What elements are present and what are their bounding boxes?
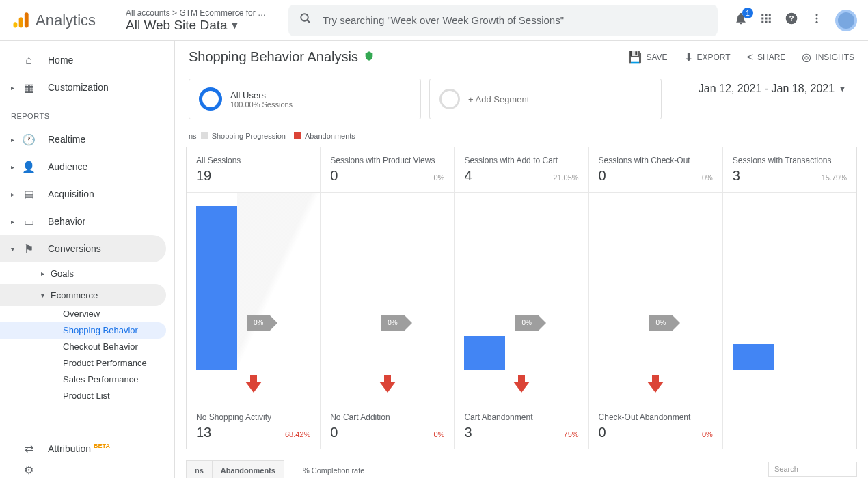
funnel-stage-bar: 0% [589, 193, 723, 370]
collapse-arrow-icon: ▸ [41, 270, 51, 277]
help-icon[interactable]: ? [785, 12, 798, 29]
progression-arrow: 0% [247, 315, 277, 331]
funnel-drop-arrow-cell [321, 370, 455, 404]
sidebar-item-customization[interactable]: ▸▦ Customization [0, 74, 174, 101]
dashboard-icon: ▦ [21, 81, 37, 94]
sidebar: ⌂ Home ▸▦ Customization REPORTS ▸🕐 Realt… [0, 41, 175, 478]
save-button[interactable]: 💾SAVE [628, 51, 667, 64]
sidebar-item-product-list[interactable]: Product List [0, 388, 174, 404]
sidebar-item-realtime[interactable]: ▸🕐 Realtime [0, 126, 174, 153]
sidebar-item-attribution[interactable]: ⇄ AttributionBETA [0, 434, 174, 462]
progression-arrow: 0% [649, 315, 680, 331]
svg-rect-11 [761, 21, 763, 23]
expand-arrow-icon: ▾ [11, 245, 21, 253]
funnel-stage-bar: 0% [321, 193, 455, 370]
share-icon: < [747, 51, 753, 64]
chevron-down-icon: ▼ [230, 20, 240, 31]
collapse-arrow-icon: ▸ [11, 163, 21, 171]
svg-rect-13 [769, 21, 771, 23]
progression-arrow: 0% [515, 315, 545, 331]
export-button[interactable]: ⬇EXPORT [684, 51, 731, 64]
sidebar-item-behavior[interactable]: ▸▭ Behavior [0, 208, 174, 235]
verified-shield-icon [364, 51, 375, 64]
funnel-drop-arrow-cell [455, 370, 588, 404]
collapse-arrow-icon: ▸ [11, 84, 21, 92]
acquisition-icon: ▤ [21, 188, 37, 201]
funnel-stage-header[interactable]: Sessions with Transactions315.79% [723, 147, 856, 193]
funnel-stage-header[interactable]: All Sessions19 [187, 147, 321, 193]
analytics-logo-icon [11, 11, 30, 30]
sidebar-item-overview[interactable]: Overview [0, 306, 174, 322]
tab-ns[interactable]: ns [186, 460, 213, 478]
svg-rect-6 [765, 14, 768, 16]
funnel-stage-header[interactable]: Sessions with Check-Out00% [589, 147, 723, 193]
funnel-stage-bar [723, 193, 856, 370]
legend-swatch-progression [201, 132, 208, 139]
sidebar-item-product-performance[interactable]: Product Performance [0, 355, 174, 371]
table-search-input[interactable]: Search [768, 462, 857, 477]
svg-rect-12 [765, 21, 768, 23]
svg-rect-2 [25, 12, 29, 27]
sidebar-item-goals[interactable]: ▸ Goals [0, 262, 174, 284]
sidebar-item-settings[interactable]: ⚙ [0, 462, 174, 478]
tab-abandonments[interactable]: Abandonments [212, 460, 284, 478]
product-logo[interactable]: Analytics [11, 11, 120, 30]
funnel-abandon-footer[interactable]: Check-Out Abandonment00% [589, 404, 723, 449]
segment-all-users[interactable]: All Users 100.00% Sessions [189, 79, 421, 120]
sidebar-item-home[interactable]: ⌂ Home [0, 46, 174, 74]
abandonment-arrow-icon [647, 382, 664, 393]
home-icon: ⌂ [21, 54, 37, 66]
gear-icon: ⚙ [21, 464, 37, 477]
more-vert-icon[interactable] [811, 12, 823, 28]
collapse-arrow-icon: ▸ [11, 191, 21, 198]
date-range-picker[interactable]: Jan 12, 2021 - Jan 18, 2021 ▼ [699, 79, 854, 95]
sidebar-item-audience[interactable]: ▸👤 Audience [0, 153, 174, 180]
add-segment-button[interactable]: + Add Segment [429, 79, 662, 120]
funnel-drop-arrow-cell [187, 370, 321, 404]
funnel-drop-arrow-cell [589, 370, 723, 404]
funnel-stage-header[interactable]: Sessions with Add to Cart421.05% [455, 147, 588, 193]
download-icon: ⬇ [684, 51, 693, 64]
svg-rect-0 [14, 22, 18, 27]
behavior-icon: ▭ [21, 215, 37, 228]
sidebar-item-checkout-behavior[interactable]: Checkout Behavior [0, 339, 174, 355]
sidebar-item-acquisition[interactable]: ▸▤ Acquisition [0, 180, 174, 208]
svg-rect-1 [19, 17, 23, 27]
account-picker[interactable]: All accounts > GTM Ecommerce for W… All … [120, 8, 277, 33]
person-icon: 👤 [21, 160, 37, 173]
abandonment-arrow-icon [379, 382, 396, 393]
apps-icon[interactable] [760, 12, 772, 28]
svg-rect-8 [761, 18, 763, 20]
sidebar-item-shopping-behavior[interactable]: Shopping Behavior [0, 322, 166, 339]
progression-arrow: 0% [381, 315, 411, 331]
attribution-icon: ⇄ [21, 442, 37, 455]
share-button[interactable]: <SHARE [747, 51, 786, 64]
svg-line-4 [307, 20, 310, 23]
search-input[interactable]: Try searching "Week over Week Growth of … [288, 5, 718, 36]
content-area: Shopping Behavior Analysis 💾SAVE ⬇EXPORT… [175, 41, 868, 478]
funnel-abandon-footer[interactable]: No Shopping Activity1368.42% [187, 404, 321, 449]
sidebar-item-sales-performance[interactable]: Sales Performance [0, 371, 174, 388]
expand-arrow-icon: ▾ [41, 292, 51, 299]
search-icon [299, 12, 312, 28]
sidebar-item-ecommerce[interactable]: ▾ Ecommerce [0, 284, 166, 306]
avatar[interactable] [835, 10, 857, 31]
svg-rect-5 [761, 14, 763, 16]
funnel-abandon-footer[interactable]: Cart Abandonment375% [455, 404, 588, 449]
funnel-stage-bar: 0% [187, 193, 321, 370]
svg-rect-7 [769, 14, 771, 16]
abandonment-arrow-icon [513, 382, 530, 393]
sidebar-item-conversions[interactable]: ▾⚑ Conversions [0, 235, 166, 262]
insights-button[interactable]: ◎INSIGHTS [802, 51, 854, 64]
collapse-arrow-icon: ▸ [11, 136, 21, 143]
flag-icon: ⚑ [21, 242, 37, 255]
sidebar-reports-header: REPORTS [0, 101, 174, 126]
funnel-abandon-footer[interactable] [723, 404, 856, 449]
tab-completion-rate[interactable]: % Completion rate [295, 461, 373, 479]
funnel-stage-bar: 0% [455, 193, 588, 370]
funnel-stage-header[interactable]: Sessions with Product Views00% [321, 147, 455, 193]
notifications-icon[interactable]: 1 [734, 12, 748, 29]
funnel-abandon-footer[interactable]: No Cart Addition00% [321, 404, 455, 449]
abandonment-arrow-icon [245, 382, 262, 393]
chevron-down-icon: ▼ [839, 85, 846, 93]
